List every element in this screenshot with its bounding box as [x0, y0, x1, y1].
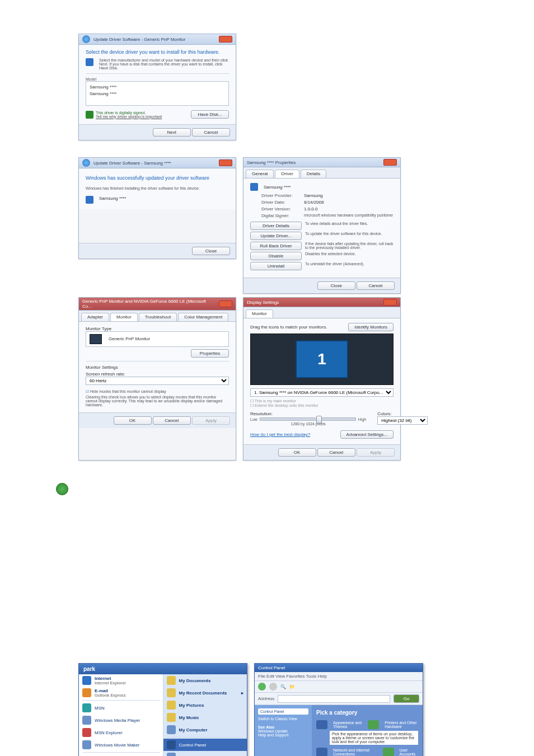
forward-icon[interactable]: [269, 683, 277, 691]
label: Digital Signer:: [261, 213, 301, 218]
search-icon[interactable]: 🔍: [280, 684, 286, 689]
have-disk-button[interactable]: Have Disk...: [191, 110, 229, 119]
start-recent-documents[interactable]: My Recent Documents▸: [163, 687, 247, 699]
mail-icon: [82, 688, 91, 697]
printers-icon: [368, 720, 379, 729]
refresh-rate-select[interactable]: 60 Hertz: [86, 377, 229, 385]
start-item-wmp[interactable]: Windows Media Player: [79, 714, 163, 726]
update-driver-select-dialog: Update Driver Software - Generic PnP Mon…: [78, 34, 236, 140]
cat-network[interactable]: Network and Internet Connections: [333, 748, 377, 756]
best-display-link[interactable]: How do I get the best display?: [250, 432, 310, 437]
label: Driver Version:: [261, 206, 301, 212]
start-item-msn[interactable]: MSN: [79, 702, 163, 714]
control-panel-icon: [167, 740, 176, 749]
disable-button[interactable]: Disable: [250, 252, 302, 260]
go-button[interactable]: Go: [394, 694, 419, 703]
list-item[interactable]: Samsung ****: [90, 84, 225, 91]
driver-details-button[interactable]: Driver Details: [250, 222, 302, 230]
ok-button[interactable]: OK: [278, 448, 316, 457]
display-select[interactable]: 1. Samsung **** on NVIDIA GeForce 6600 L…: [250, 388, 394, 397]
hide-modes-checkbox[interactable]: Hide modes that this monitor cannot disp…: [86, 389, 229, 394]
start-my-pictures[interactable]: My Pictures: [163, 699, 247, 711]
tooltip-text: Pick the appearance of items on your des…: [330, 731, 418, 745]
start-item-movie-maker[interactable]: Windows Movie Maker: [79, 739, 163, 751]
device-icon: [86, 58, 93, 66]
signed-text: This driver is digitally signed.: [96, 111, 191, 115]
cat-printers[interactable]: Printers and Other Hardware: [385, 721, 418, 729]
cancel-button[interactable]: Cancel: [317, 448, 355, 457]
address-bar[interactable]: [278, 695, 390, 703]
tab-details[interactable]: Details: [301, 170, 326, 178]
close-icon[interactable]: [383, 299, 397, 306]
refresh-icon[interactable]: [56, 483, 68, 495]
list-item[interactable]: Samsung ****: [90, 91, 225, 97]
start-all-programs[interactable]: All Programs▶: [79, 754, 163, 756]
why-signing-link[interactable]: Tell me why driver signing is important: [96, 115, 191, 119]
ok-button[interactable]: OK: [114, 416, 152, 425]
dialog-title: Samsung **** Properties: [247, 160, 296, 165]
start-control-panel[interactable]: Control Panel: [163, 739, 247, 751]
tab-driver[interactable]: Driver: [275, 170, 299, 178]
model-header: Model: [86, 77, 229, 81]
close-button[interactable]: Close: [317, 281, 355, 290]
monitor-icon: [86, 196, 93, 204]
resolution-slider[interactable]: [260, 417, 356, 421]
back-icon[interactable]: [258, 683, 266, 691]
start-my-computer[interactable]: My Computer: [163, 724, 247, 736]
model-list[interactable]: Samsung **** Samsung ****: [86, 81, 229, 106]
monitor-arrangement[interactable]: 1: [250, 334, 394, 385]
tab-adapter[interactable]: Adapter: [81, 313, 109, 321]
cat-appearance[interactable]: Appearance and Themes: [333, 721, 362, 729]
identify-monitors-button[interactable]: Identify Monitors: [348, 323, 394, 331]
monitor-icon: [250, 183, 258, 191]
cat-users[interactable]: User Accounts: [400, 748, 418, 756]
advanced-settings-button[interactable]: Advanced Settings...: [340, 430, 394, 439]
start-item-email[interactable]: E-mailOutlook Express: [79, 687, 163, 699]
start-my-documents[interactable]: My Documents: [163, 674, 247, 687]
dialog-title: Update Driver Software - Samsung ****: [93, 161, 171, 166]
back-icon[interactable]: [82, 35, 90, 43]
tab-general[interactable]: General: [246, 170, 274, 178]
update-driver-button[interactable]: Update Driver...: [250, 232, 302, 240]
uninstall-button[interactable]: Uninstall: [250, 262, 302, 270]
monitor-1[interactable]: 1: [296, 340, 348, 378]
start-item-internet[interactable]: InternetInternet Explorer: [79, 674, 163, 687]
back-icon[interactable]: [82, 159, 90, 167]
tab-troubleshoot[interactable]: Troubleshoot: [139, 313, 177, 321]
close-icon[interactable]: [219, 36, 232, 43]
high-label: High: [358, 417, 366, 421]
apply-button[interactable]: Apply: [357, 448, 395, 457]
colors-label: Colors:: [377, 411, 428, 416]
next-button[interactable]: Next: [153, 128, 191, 137]
close-icon[interactable]: [219, 300, 232, 307]
address-label: Address: [258, 696, 274, 701]
appearance-icon: [316, 720, 327, 729]
switch-classic-link[interactable]: Switch to Classic View: [258, 717, 308, 721]
close-icon[interactable]: [219, 159, 232, 166]
windows-update-link[interactable]: Windows Update: [258, 729, 308, 733]
tab-monitor[interactable]: Monitor: [246, 309, 273, 318]
resolution-value: 1280 by 1024 pixels: [250, 422, 366, 426]
close-button[interactable]: Close: [192, 247, 230, 255]
done-heading: Windows has successfully updated your dr…: [86, 175, 229, 181]
menu-bar[interactable]: File Edit View Favorites Tools Help: [255, 672, 423, 681]
rollback-button[interactable]: Roll Back Driver: [250, 242, 302, 250]
tab-color-management[interactable]: Color Management: [178, 313, 228, 321]
tab-monitor[interactable]: Monitor: [110, 313, 138, 321]
start-my-music[interactable]: My Music: [163, 711, 247, 724]
label: Driver Date:: [261, 200, 301, 205]
sidebar-header: Control Panel: [258, 708, 308, 715]
start-printers[interactable]: Printers and Faxes: [163, 751, 247, 756]
apply-button[interactable]: Apply: [192, 416, 230, 425]
cancel-button[interactable]: Cancel: [357, 281, 395, 290]
help-support-link[interactable]: Help and Support: [258, 733, 308, 737]
start-item-msn-explorer[interactable]: MSN Explorer: [79, 726, 163, 739]
pick-category-header: Pick a category: [316, 710, 418, 716]
close-icon[interactable]: [383, 159, 397, 166]
folders-icon[interactable]: 📁: [289, 684, 295, 689]
monitor-properties-dialog: Samsung **** Properties General Driver D…: [243, 157, 401, 294]
cancel-button[interactable]: Cancel: [153, 416, 191, 425]
cancel-button[interactable]: Cancel: [192, 128, 230, 137]
colors-select[interactable]: Highest (32 bit): [377, 416, 428, 425]
properties-button[interactable]: Properties: [191, 349, 229, 358]
